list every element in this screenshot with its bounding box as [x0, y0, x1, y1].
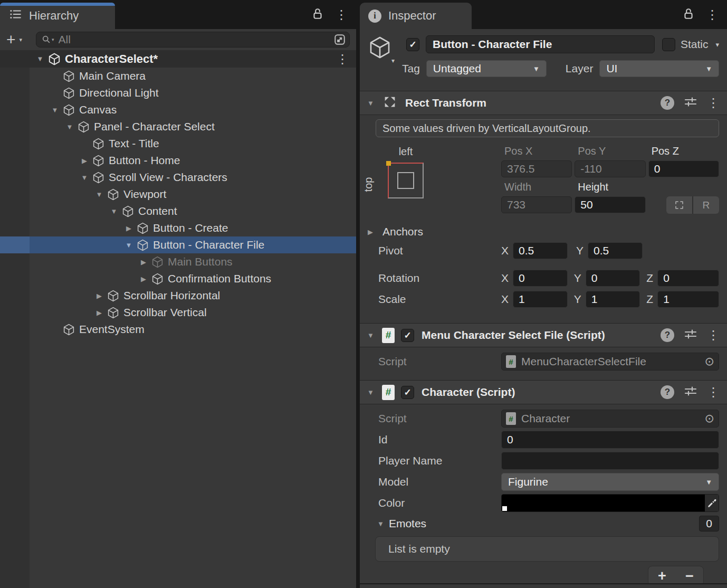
menu-script-header[interactable]: ▼ # ✓ Menu Character Select File (Script… [360, 323, 727, 347]
component-enabled-checkbox[interactable]: ✓ [401, 329, 414, 342]
tree-row[interactable]: Main Camera [0, 68, 356, 84]
tree-row[interactable]: ▶ Scrollbar Horizontal [0, 287, 356, 304]
emotes-count-field[interactable]: 0 [699, 516, 719, 532]
scene-row[interactable]: ▼ CharacterSelect* ⋮ [0, 50, 356, 68]
hierarchy-search-box[interactable]: ▾ [36, 32, 350, 48]
tree-row[interactable]: ▶ Button - Home [0, 152, 356, 169]
foldout-arrow[interactable]: ▼ [121, 241, 136, 249]
active-checkbox[interactable]: ✓ [406, 38, 419, 51]
id-field[interactable]: 0 [501, 431, 719, 449]
script-object-field[interactable]: # MenuCharacterSelectFile ⊙ [501, 353, 719, 371]
anchor-preset-widget[interactable]: left top [368, 146, 501, 223]
component-menu-icon[interactable]: ⋮ [707, 329, 720, 342]
hierarchy-toolbar: + ▾ ▾ [0, 29, 356, 50]
rotation-y-field[interactable]: 0 [586, 270, 640, 287]
lock-icon[interactable] [312, 7, 323, 22]
blueprint-mode-button[interactable] [666, 196, 693, 214]
foldout-arrow[interactable]: ▼ [377, 520, 384, 528]
pos-x-label: Pos X [501, 146, 572, 158]
rotation-z-field[interactable]: 0 [657, 270, 719, 287]
emotes-foldout[interactable]: ▼ Emotes 0 [360, 515, 727, 532]
gameobject-name-field[interactable] [426, 35, 655, 53]
foldout-arrow[interactable]: ▼ [47, 106, 62, 114]
rotation-x-field[interactable]: 0 [513, 270, 568, 287]
foldout-arrow[interactable]: ▶ [136, 275, 151, 283]
hierarchy-menu-icon[interactable]: ⋮ [335, 8, 348, 21]
help-icon[interactable]: ? [661, 96, 674, 110]
remove-element-button[interactable]: − [685, 569, 694, 583]
help-icon[interactable]: ? [661, 328, 674, 342]
tree-row[interactable]: ▼ Panel - Character Select [0, 118, 356, 135]
script-object-field[interactable]: # Character ⊙ [501, 410, 719, 428]
foldout-arrow[interactable]: ▼ [107, 207, 121, 215]
raw-edit-mode-button[interactable]: R [693, 196, 719, 214]
object-picker-icon[interactable]: ⊙ [705, 412, 714, 425]
static-checkbox[interactable] [662, 38, 675, 51]
foldout-arrow[interactable]: ▼ [367, 388, 376, 396]
static-dropdown-arrow-icon[interactable]: ▾ [715, 41, 719, 49]
presets-icon[interactable] [684, 385, 697, 399]
foldout-arrow[interactable]: ▼ [62, 123, 77, 131]
tree-row[interactable]: Text - Title [0, 135, 356, 152]
create-dropdown-arrow-icon[interactable]: ▾ [20, 36, 23, 43]
tree-row[interactable]: ▼ Button - Character File [0, 236, 356, 253]
tree-row[interactable]: ▶ Main Buttons [0, 253, 356, 270]
pivot-y-field[interactable]: 0.5 [588, 242, 643, 259]
tree-row[interactable]: ▼ Viewport [0, 186, 356, 203]
tree-row[interactable]: ▼ Content [0, 203, 356, 220]
scale-z-field[interactable]: 1 [657, 291, 719, 308]
component-menu-icon[interactable]: ⋮ [707, 386, 720, 399]
scene-menu-icon[interactable]: ⋮ [336, 53, 349, 65]
model-dropdown[interactable]: Figurine ▼ [501, 473, 719, 491]
scale-x-field[interactable]: 1 [513, 291, 568, 308]
add-element-button[interactable]: + [658, 569, 666, 583]
tree-row[interactable]: ▶ Scrollbar Vertical [0, 304, 356, 321]
foldout-arrow[interactable]: ▼ [367, 331, 376, 339]
presets-icon[interactable] [684, 96, 697, 110]
open-search-window-icon[interactable] [332, 33, 348, 46]
rect-transform-header[interactable]: ▼ Rect Transform ? ⋮ [360, 91, 727, 115]
color-swatch[interactable] [502, 495, 705, 511]
foldout-arrow[interactable]: ▶ [92, 309, 107, 317]
layer-dropdown[interactable]: UI ▼ [599, 60, 719, 77]
tree-row[interactable]: EventSystem [0, 321, 356, 338]
foldout-arrow[interactable]: ▼ [77, 174, 92, 182]
pos-z-field[interactable]: 0 [648, 160, 719, 177]
player-name-field[interactable] [501, 452, 719, 470]
icon-dropdown-arrow-icon[interactable]: ▾ [391, 57, 395, 64]
hierarchy-list-icon [8, 7, 22, 24]
character-script-header[interactable]: ▼ # ✓ Character (Script) ? ⋮ [360, 380, 727, 404]
search-input[interactable] [54, 33, 332, 46]
height-field[interactable]: 50 [575, 196, 645, 213]
foldout-arrow[interactable]: ▶ [92, 292, 107, 300]
lock-icon[interactable] [683, 7, 694, 22]
create-gameobject-button[interactable]: + [6, 32, 16, 47]
tree-row[interactable]: ▶ Button - Create [0, 220, 356, 236]
foldout-arrow[interactable]: ▶ [77, 157, 92, 165]
foldout-arrow[interactable]: ▶ [121, 224, 136, 232]
tag-dropdown[interactable]: Untagged ▼ [426, 60, 547, 77]
gameobject-icon[interactable]: ▾ [367, 35, 396, 62]
object-picker-icon[interactable]: ⊙ [705, 355, 714, 368]
inspector-menu-icon[interactable]: ⋮ [706, 8, 719, 21]
pivot-x-field[interactable]: 0.5 [513, 242, 568, 259]
help-icon[interactable]: ? [661, 385, 674, 399]
tree-row[interactable]: ▼ Scroll View - Characters [0, 169, 356, 186]
tree-row[interactable]: ▶ Confirmation Buttons [0, 270, 356, 287]
tree-row[interactable]: ▼ Canvas [0, 101, 356, 118]
tab-hierarchy[interactable]: Hierarchy [0, 3, 115, 29]
tree-row[interactable]: Directional Light [0, 84, 356, 101]
eyedropper-icon[interactable] [705, 495, 719, 511]
component-enabled-checkbox[interactable]: ✓ [401, 386, 414, 399]
foldout-arrow[interactable]: ▼ [92, 191, 107, 198]
foldout-arrow[interactable]: ▶ [368, 228, 378, 236]
scale-y-field[interactable]: 1 [586, 291, 640, 308]
tab-inspector[interactable]: i Inspector [360, 3, 472, 29]
foldout-arrow[interactable]: ▼ [367, 99, 376, 107]
foldout-arrow[interactable]: ▶ [136, 258, 151, 266]
anchor-diagram[interactable] [388, 163, 424, 198]
foldout-arrow[interactable]: ▼ [33, 55, 47, 63]
presets-icon[interactable] [684, 328, 697, 342]
component-menu-icon[interactable]: ⋮ [707, 97, 720, 109]
anchors-foldout[interactable]: ▶ Anchors [360, 225, 727, 239]
